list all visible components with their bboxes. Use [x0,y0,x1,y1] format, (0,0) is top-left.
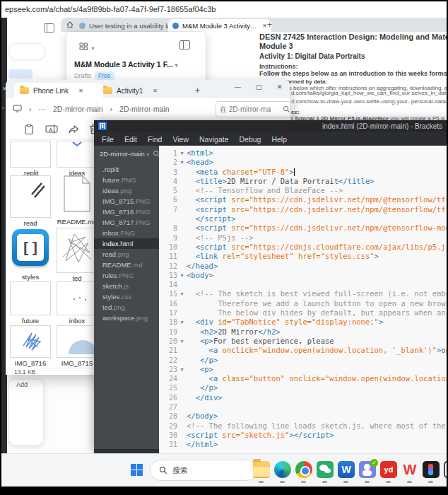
sidebar-file-img_8715.png[interactable]: IMG_8715.PNG [94,196,159,206]
fold-icon[interactable]: ▼ [177,158,187,168]
deepseek-search-pill[interactable] [8,43,45,60]
breadcrumb-item[interactable]: 2D-mirror-main [53,105,103,113]
new-tab-button[interactable]: + [267,20,272,30]
browser-tab-active[interactable]: M&M Module 3 Activity 1 Formst: ✕ [168,19,271,32]
file-item-ideas[interactable]: ideas [57,141,98,177]
code-line-17[interactable]: 17 The below div hides by default, but a… [159,308,447,318]
tab-close-icon[interactable]: ✕ [78,88,83,94]
file-item-replit[interactable]: .replit [10,141,51,177]
file-item-future[interactable]: future [10,281,51,325]
breadcrumb-item[interactable]: 2D-mirror-main [119,105,170,113]
code-line-29[interactable]: 29<!-- The following line loads sketch.j… [159,421,447,431]
code-line-31[interactable]: 31</html> [159,440,447,449]
rename-icon[interactable]: A [45,124,58,137]
share-icon[interactable] [68,124,79,137]
sidebar-file-future.png[interactable]: future.PNG [94,175,159,185]
fold-icon[interactable]: ▼ [177,337,187,346]
taskbar-wps-icon[interactable]: W [401,461,418,478]
tab-close-icon[interactable]: ✕ [262,23,267,29]
menu-item-view[interactable]: View [172,135,189,144]
code-line-14[interactable]: 14 [159,280,447,289]
figma-doc-title[interactable]: M&M Module 3 Activity 1 F... ▾ [74,60,178,69]
code-line-8[interactable]: 8 <script src="https://cdn.jsdelivr.net/… [159,223,447,233]
sidebar-file-read.png[interactable]: read.png [94,249,159,260]
sidebar-file-index.html[interactable]: index.html [94,238,159,249]
code-line-6[interactable]: 6 <script src="https://cdn.jsdelivr.net/… [159,195,447,204]
taskbar-brackets-icon[interactable]: [] [444,461,447,478]
project-search-icon[interactable] [153,150,159,158]
fold-icon[interactable]: ▼ [177,366,187,375]
doc-link[interactable]: d.com/how-to-draw-your-own-selfie-using-… [291,98,447,105]
code-line-16[interactable]: 16 Therefore we add a launch button to o… [159,299,447,308]
menu-item-help[interactable]: Help [271,135,287,144]
breadcrumb-ellipsis[interactable]: ⋯ [39,105,47,113]
window-maximize-button[interactable]: ▢ [256,83,262,91]
explorer-search-input[interactable]: 在 2D-mirror-ma [216,101,295,117]
taskbar-search[interactable]: 搜索 [150,460,257,481]
code-line-28[interactable]: 28</body> [159,412,447,421]
code-line-1[interactable]: 1▼<html> [159,148,447,158]
sidebar-file-img_8717.png[interactable]: IMG_8717.PNG [94,217,159,228]
project-dropdown[interactable]: 2D-mirror-main ▾ [94,147,159,161]
sidebar-file-readme.md[interactable]: README.md [94,260,159,270]
menu-item-file[interactable]: File [102,135,114,144]
code-line-26[interactable]: 26 </div> [159,393,447,402]
code-line-11[interactable]: 11 <link rel="stylesheet" href="styles.c… [159,252,447,261]
taskbar-file-explorer-icon[interactable] [253,461,270,478]
code-line-12[interactable]: 12</head> [159,262,447,271]
code-line-2[interactable]: 2▼<head> [159,158,447,167]
code-line-20[interactable]: 20▼ <p>For best experience, please [159,337,447,346]
explorer-tab-activity1[interactable]: Activity1 ✕ [98,83,187,98]
fold-icon[interactable]: ▼ [177,290,187,299]
new-tab-button[interactable]: + [195,86,200,95]
tab-close-icon[interactable]: ✕ [153,88,158,94]
code-line-18[interactable]: 18▼ <div id="TabNotice" style="display:n… [159,318,447,327]
code-line-13[interactable]: 13▼<body> [159,271,447,280]
sidebar-file-styles.css[interactable]: styles.css [94,291,159,302]
taskbar-chrome-icon[interactable] [295,461,312,478]
file-item-readme.md[interactable]: README.md [57,175,98,226]
doc-link[interactable]: d.com/talks/giorgia_lupi_how_we_can_find… [291,90,447,96]
taskbar-word-icon[interactable]: W [338,461,355,478]
sidebar-file-replit[interactable]: .replit [94,164,159,175]
explorer-tab-phone-link[interactable]: Phone Link ✕ [14,83,103,98]
window-minimize-button[interactable]: — [235,83,241,91]
apps-grid-icon[interactable]: ▾ [79,40,94,53]
paste-icon[interactable] [24,124,34,138]
file-item-ted[interactable]: ted [57,228,98,282]
layout-panel-icon[interactable] [179,40,190,50]
home-icon[interactable] [66,21,73,28]
sidebar-file-workspace.png[interactable]: workspace.png [94,313,159,323]
code-line-21[interactable]: 21 <a onclick="window.open(window.locati… [159,346,447,355]
browser-tab[interactable]: User testing in a usability lab-Sunny [75,19,175,32]
brackets-title-bar[interactable]: [] index.html (2D-mirror-main) - Bracket… [94,120,447,132]
back-icon[interactable]: ‹ [2,105,4,111]
file-item-img_8715[interactable]: IMG_8715 [57,325,98,367]
code-line-3[interactable]: 3 <meta charset="UTF-8"> [159,168,447,177]
code-line-5[interactable]: 5 <!-- Tensorflow and BlazeFace --> [159,186,447,195]
code-line-4[interactable]: 4 <title>2D Mirror / Data Portrait</titl… [159,177,447,186]
start-button[interactable] [131,464,143,476]
fold-icon[interactable]: ▼ [177,149,187,158]
sidebar-file-ted.png[interactable]: ted.png [94,302,159,313]
taskbar-edge-icon[interactable] [274,461,291,478]
code-line-27[interactable]: 27 [159,402,447,412]
menu-item-find[interactable]: Find [148,135,162,144]
code-line-9[interactable]: 9 <!-- P5js --> [159,233,447,243]
add-button[interactable]: Add [16,381,28,388]
code-line-10[interactable]: 10 <script src="https://cdnjs.cloudflare… [159,243,447,252]
window-close-button[interactable]: ✕ [277,83,283,91]
sidebar-file-sketch.js[interactable]: sketch.js [94,281,159,291]
menu-item-navigate[interactable]: Navigate [199,135,228,144]
menu-item-edit[interactable]: Edit [124,135,137,144]
code-line-7[interactable]: 7 <script src="https://cdn.jsdelivr.net/… [159,205,447,214]
deepseek-chip[interactable] [8,69,33,78]
code-line-23[interactable]: 23▼ <p> [159,365,447,374]
code-line-15[interactable]: 15▼ <!-- The sketch is best viewed full-… [159,289,447,298]
code-editor[interactable]: 1▼<html>2▼<head>3 <meta charset="UTF-8">… [159,146,447,456]
code-line-19[interactable]: 19 <h2>2D Mirror</h2> [159,327,447,337]
file-item-styles[interactable]: []styles [10,228,51,281]
sidebar-file-img_8716.png[interactable]: IMG_8716.PNG [94,206,159,217]
code-line-30[interactable]: 30<script src="sketch.js"></script> [159,431,447,440]
code-line-wrap[interactable]: </script> [159,214,447,223]
